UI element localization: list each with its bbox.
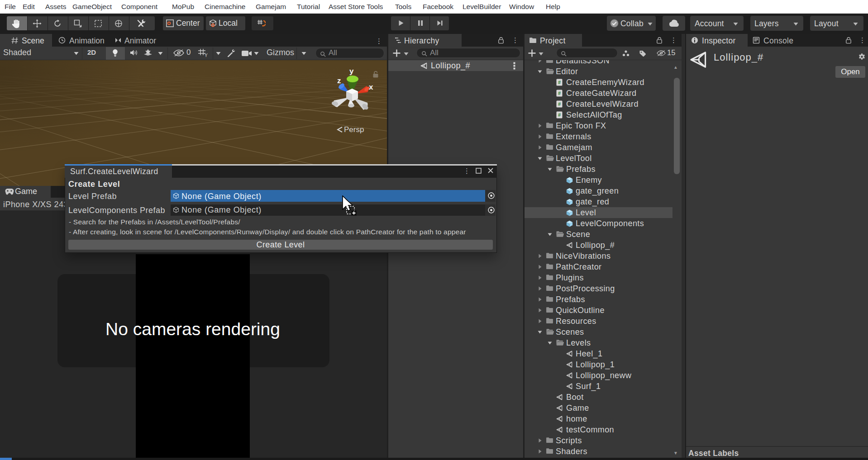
- svg-text:#: #: [558, 101, 561, 107]
- svg-text:#: #: [558, 90, 561, 96]
- svg-text:#: #: [558, 112, 561, 118]
- svg-text:y: y: [349, 67, 354, 76]
- svg-text:x: x: [369, 83, 373, 91]
- svg-text:Y: Y: [205, 53, 208, 58]
- svg-text:#: #: [558, 80, 561, 85]
- svg-text:z: z: [337, 76, 341, 85]
